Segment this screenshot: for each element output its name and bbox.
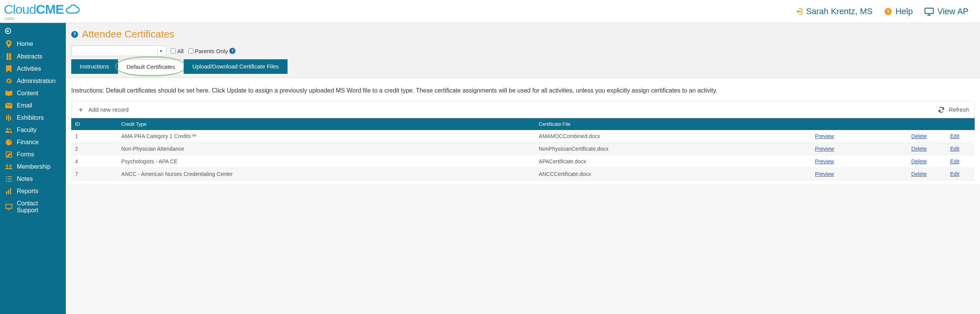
- svg-point-15: [9, 129, 11, 130]
- col-cert-file-header[interactable]: Certificate File: [535, 118, 811, 130]
- view-ap-link[interactable]: View AP: [924, 7, 969, 16]
- preview-link[interactable]: Preview: [815, 146, 834, 152]
- cell-cert-file: AMAMOCCombined.docx: [535, 130, 811, 143]
- sidebar-collapse-button[interactable]: [2, 25, 14, 37]
- cell-id: 7: [71, 168, 118, 181]
- sidebar-item-notes[interactable]: Notes: [0, 173, 66, 185]
- add-new-record-button[interactable]: ＋ Add new record: [77, 104, 129, 115]
- cloud-icon: [65, 5, 80, 15]
- svg-rect-8: [7, 53, 8, 60]
- sidebar-item-label: Faculty: [17, 127, 37, 133]
- sidebar-item-content[interactable]: Content: [0, 87, 66, 99]
- page-title: Attendee Certificates: [82, 28, 174, 40]
- filter-row: ▼ All Parents Only ?: [71, 46, 975, 56]
- delete-link[interactable]: Delete: [911, 133, 926, 139]
- sidebar-item-exhibitors[interactable]: Exhibitors: [0, 112, 66, 124]
- sidebar-item-activities[interactable]: Activities: [0, 63, 66, 75]
- svg-rect-9: [9, 53, 11, 60]
- sidebar-item-label: Home: [17, 41, 33, 47]
- brand-part1: Cloud: [4, 2, 36, 17]
- svg-rect-2: [925, 8, 934, 13]
- help-icon: ?: [884, 7, 892, 16]
- help-link[interactable]: ? Help: [884, 7, 913, 16]
- chevron-down-icon: ▼: [157, 47, 164, 54]
- delete-link[interactable]: Delete: [911, 146, 926, 152]
- sidebar-item-reports[interactable]: Reports: [0, 185, 66, 197]
- cell-credit-type: Psychologists - APA CE: [118, 155, 535, 168]
- delete-link[interactable]: Delete: [911, 158, 926, 164]
- header-actions: Sarah Krentz, MS ? Help View AP: [795, 7, 969, 16]
- svg-rect-23: [6, 181, 7, 182]
- filter-all-checkbox[interactable]: [171, 49, 176, 54]
- sidebar-item-contact-support[interactable]: Contact Support: [0, 197, 66, 216]
- col-id-header[interactable]: ID: [71, 118, 118, 130]
- cell-cert-file: NonPhysicianCertificate.docx: [535, 143, 811, 155]
- brand-part2: CME: [36, 2, 64, 17]
- refresh-button[interactable]: Refresh: [938, 106, 969, 113]
- instructions-text: Instructions: Default certificates shoul…: [71, 87, 975, 94]
- gear-icon: [5, 78, 12, 85]
- sidebar-item-finance[interactable]: Finance: [0, 136, 66, 148]
- app-header: CloudCME vumc Sarah Krentz, MS ? Help Vi…: [0, 0, 980, 23]
- group-icon: [5, 164, 12, 169]
- svg-rect-28: [6, 204, 12, 208]
- edit-link[interactable]: Edit: [950, 158, 959, 164]
- refresh-icon: [938, 106, 945, 113]
- bookmark-icon: [5, 65, 12, 72]
- plus-icon: ＋: [77, 104, 85, 115]
- sidebar-item-label: Activities: [17, 65, 41, 72]
- sidebar-item-label: Abstracts: [17, 53, 42, 60]
- page-help-icon[interactable]: ?: [71, 31, 78, 38]
- col-credit-type-header[interactable]: Credit Type: [118, 118, 535, 130]
- preview-link[interactable]: Preview: [815, 171, 834, 177]
- delete-link[interactable]: Delete: [911, 171, 926, 177]
- sidebar-item-home[interactable]: Home: [0, 37, 66, 50]
- svg-rect-19: [6, 176, 7, 177]
- edit-link[interactable]: Edit: [950, 133, 959, 139]
- preview-link[interactable]: Preview: [815, 158, 834, 164]
- sidebar-item-label: Forms: [17, 151, 34, 158]
- cell-id: 2: [71, 143, 118, 155]
- tab-content: Instructions: Default certificates shoul…: [66, 78, 980, 184]
- certificates-table: ID Credit Type Certificate File 1AMA PRA…: [71, 118, 975, 181]
- sign-out-icon: [795, 7, 803, 16]
- svg-rect-27: [10, 188, 11, 194]
- col-delete-header: [907, 118, 946, 130]
- filter-parents-only[interactable]: Parents Only ?: [188, 48, 236, 54]
- tab-default-certificates[interactable]: Default Certificates: [118, 59, 184, 74]
- table-row: 1AMA PRA Category 1 Credits™AMAMOCCombin…: [71, 130, 975, 143]
- user-sign-out-link[interactable]: Sarah Krentz, MS: [795, 7, 873, 16]
- edit-link[interactable]: Edit: [950, 146, 959, 152]
- brand-block: CloudCME vumc: [4, 2, 80, 21]
- activity-dropdown[interactable]: ▼: [71, 46, 166, 56]
- tab-upload-download[interactable]: Upload/Download Certificate Files: [184, 59, 287, 74]
- sidebar-item-faculty[interactable]: Faculty: [0, 124, 66, 136]
- cell-credit-type: Non-Physician Attendance: [118, 143, 535, 155]
- cell-credit-type: AMA PRA Category 1 Credits™: [118, 130, 535, 143]
- sidebar-item-forms[interactable]: Forms: [0, 148, 66, 161]
- sidebar-item-membership[interactable]: Membership: [0, 161, 66, 173]
- sidebar-item-administration[interactable]: Administration: [0, 75, 66, 87]
- edit-icon: [5, 151, 12, 158]
- tab-instructions[interactable]: Instructions: [71, 59, 118, 74]
- sidebar-item-abstracts[interactable]: Abstracts: [0, 50, 66, 63]
- filter-parents-checkbox[interactable]: [188, 49, 193, 54]
- brand-logo[interactable]: CloudCME: [4, 2, 80, 17]
- svg-rect-21: [6, 179, 7, 179]
- svg-point-14: [7, 128, 8, 130]
- edit-link[interactable]: Edit: [950, 171, 959, 177]
- tab-bar: Instructions Default Certificates Upload…: [71, 59, 975, 74]
- table-row: 4Psychologists - APA CEAPACertificate.do…: [71, 155, 975, 168]
- preview-link[interactable]: Preview: [815, 133, 834, 139]
- refresh-label: Refresh: [949, 106, 969, 113]
- sidebar-item-email[interactable]: Email: [0, 99, 66, 112]
- cell-id: 4: [71, 155, 118, 168]
- filter-parents-label: Parents Only: [195, 48, 228, 54]
- parents-help-icon[interactable]: ?: [229, 48, 235, 54]
- filter-all[interactable]: All: [171, 48, 184, 54]
- filter-all-label: All: [177, 48, 184, 54]
- sidebar-item-label: Content: [17, 90, 38, 97]
- svg-rect-25: [6, 191, 7, 194]
- title-bar: ? Attendee Certificates ▼ All Parents On…: [66, 23, 980, 78]
- table-row: 7ANCC - American Nurses Credentialing Ce…: [71, 168, 975, 181]
